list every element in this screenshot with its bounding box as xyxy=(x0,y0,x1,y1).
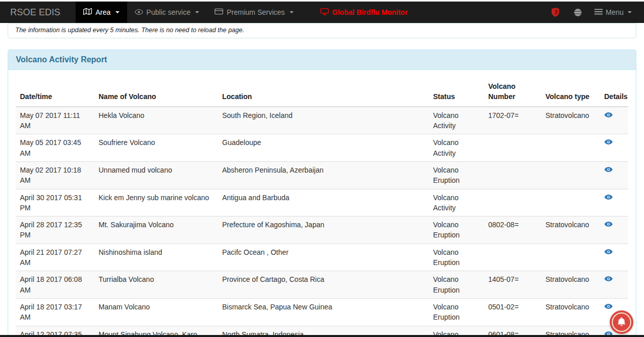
nav-item-global-birdflu-monitor[interactable]: Global Birdflu Monitor xyxy=(313,2,416,23)
cell-status: Volcano Eruption xyxy=(429,216,484,244)
cell-details xyxy=(600,271,628,299)
table-body: May 07 2017 11:11 AM Hekla Volcano South… xyxy=(16,107,628,337)
volcano-report-panel: Volcano Activity Report Date/time Name o… xyxy=(8,50,636,337)
eye-icon xyxy=(604,303,613,309)
cell-status: Volcano Activity xyxy=(429,189,484,216)
chevron-down-icon xyxy=(628,11,632,13)
nav-item-label: Area xyxy=(96,8,111,16)
cell-volcano-name: Hekla Volcano xyxy=(94,107,218,134)
nav-item-premium-services[interactable]: Premium Services xyxy=(207,2,301,23)
cell-status: Volcano Activity xyxy=(429,134,484,162)
col-header-location: Location xyxy=(218,78,429,107)
cell-volcano-name: Nishinoshima island xyxy=(94,244,218,271)
cell-status: Volcano Eruption xyxy=(429,161,484,189)
cell-status: Volcano Eruption xyxy=(429,298,484,326)
cell-datetime: April 28 2017 12:35 PM xyxy=(16,216,94,244)
cell-details xyxy=(600,216,628,244)
details-eye-link[interactable] xyxy=(604,110,613,119)
col-header-volcano-number: Volcano Number xyxy=(484,78,541,107)
volcano-table: Date/time Name of Volcano Location Statu… xyxy=(16,78,628,337)
cell-volcano-name: Soufriere Volcano xyxy=(94,134,218,162)
cell-volcano-number: 0501-02= xyxy=(484,298,541,326)
cell-details xyxy=(600,244,628,271)
col-header-volcano-type: Volcano type xyxy=(541,78,600,107)
navbar-right: Menu xyxy=(544,2,644,23)
eye-icon xyxy=(604,166,613,173)
footer-strip xyxy=(0,335,644,337)
cell-status: Volcano Eruption xyxy=(429,244,484,271)
details-eye-link[interactable] xyxy=(604,165,613,174)
cell-volcano-type: Stratovolcano xyxy=(541,107,600,134)
credit-card-icon xyxy=(214,8,223,16)
table-row: April 28 2017 12:35 PM Mt. Sakurajima Vo… xyxy=(16,216,628,244)
update-notice: The information is updated every 5 minut… xyxy=(8,23,636,38)
cell-volcano-name: Turrialba Volcano xyxy=(94,271,218,299)
monitor-icon xyxy=(320,8,329,17)
cell-volcano-name: Mt. Sakurajima Volcano xyxy=(94,216,218,244)
details-eye-link[interactable] xyxy=(604,274,613,283)
details-eye-link[interactable] xyxy=(604,137,613,146)
cell-details xyxy=(600,107,628,134)
globe-icon[interactable] xyxy=(566,2,589,23)
navbar-brand[interactable]: RSOE EDIS xyxy=(0,2,70,23)
nav-item-label: Public service xyxy=(147,8,190,16)
table-row: April 30 2017 05:31 PM Kick em Jenny sub… xyxy=(16,189,628,216)
cell-location: Guadeloupe xyxy=(218,134,429,162)
nav-item-area[interactable]: Area xyxy=(76,2,127,23)
col-header-details: Details xyxy=(600,78,628,107)
table-row: April 21 2017 07:27 AM Nishinoshima isla… xyxy=(16,244,628,271)
eye-icon xyxy=(604,139,613,145)
cell-volcano-number xyxy=(484,244,541,271)
cell-volcano-name: Kick em Jenny sub marine volcano xyxy=(94,189,218,216)
cell-details xyxy=(600,189,628,216)
eye-icon xyxy=(604,194,613,200)
cell-location: Bismarck Sea, Papua New Guinea xyxy=(218,298,429,326)
cell-location: Province of Cartago, Costa Rica xyxy=(218,271,429,299)
cell-volcano-type: Stratovolcano xyxy=(541,298,600,326)
cell-datetime: April 18 2017 03:17 AM xyxy=(16,298,94,326)
table-row: May 05 2017 03:45 AM Soufriere Volcano G… xyxy=(16,134,628,162)
eye-icon xyxy=(604,221,613,227)
menu-button-label: Menu xyxy=(606,8,624,16)
cell-status: Volcano Eruption xyxy=(429,271,484,299)
notification-bell-button[interactable] xyxy=(610,310,633,334)
table-row: April 18 2017 03:17 AM Manam Volcano Bis… xyxy=(16,298,628,326)
cell-volcano-name: Unnamed mud volcano xyxy=(94,161,218,189)
details-eye-link[interactable] xyxy=(604,192,613,201)
chevron-down-icon xyxy=(195,11,199,13)
cell-datetime: April 21 2017 07:27 AM xyxy=(16,244,94,271)
cell-volcano-type xyxy=(541,161,600,189)
details-eye-link[interactable] xyxy=(604,247,613,256)
eye-icon xyxy=(604,276,613,282)
cell-volcano-number: 1405-07= xyxy=(484,271,541,299)
panel-title: Volcano Activity Report xyxy=(8,50,636,70)
cell-datetime: May 02 2017 10:18 AM xyxy=(16,161,94,189)
menu-button[interactable]: Menu xyxy=(589,8,637,16)
cell-location: Prefecture of Kagoshima, Japan xyxy=(218,216,429,244)
hamburger-icon xyxy=(594,8,603,16)
nav-item-public-service[interactable]: Public service xyxy=(127,2,207,23)
col-header-name: Name of Volcano xyxy=(94,78,218,107)
cell-volcano-type xyxy=(541,189,600,216)
cell-datetime: May 07 2017 11:11 AM xyxy=(16,107,94,134)
table-row: April 18 2017 06:08 AM Turrialba Volcano… xyxy=(16,271,628,299)
cell-status: Volcano Activity xyxy=(429,107,484,134)
table-header-row: Date/time Name of Volcano Location Statu… xyxy=(16,78,628,107)
table-row: May 02 2017 10:18 AM Unnamed mud volcano… xyxy=(16,161,628,189)
cell-volcano-number xyxy=(484,161,541,189)
cell-volcano-type xyxy=(541,244,600,271)
eye-icon xyxy=(604,249,613,255)
shield-icon[interactable] xyxy=(544,2,566,23)
panel-body: Date/time Name of Volcano Location Statu… xyxy=(8,70,636,337)
details-eye-link[interactable] xyxy=(604,220,613,228)
details-eye-link[interactable] xyxy=(604,302,613,310)
cell-location: Antigua and Barbuda xyxy=(218,189,429,216)
col-header-status: Status xyxy=(429,78,484,107)
chevron-down-icon xyxy=(115,11,120,13)
cell-volcano-number: 1702-07= xyxy=(484,107,541,134)
cell-volcano-number: 0802-08= xyxy=(484,216,541,244)
cell-details xyxy=(600,161,628,189)
cell-volcano-type: Stratovolcano xyxy=(541,271,600,299)
cell-details xyxy=(600,134,628,162)
cell-location: South Region, Iceland xyxy=(218,107,429,134)
